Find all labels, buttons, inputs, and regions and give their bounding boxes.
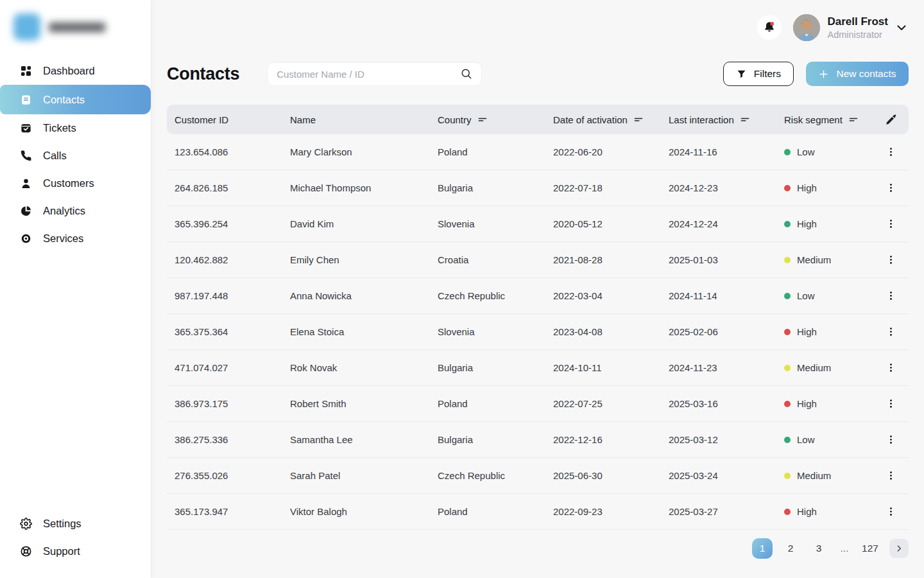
kebab-icon <box>886 254 896 265</box>
cell-activation-date: 2022-12-16 <box>553 434 669 445</box>
search-input[interactable] <box>277 69 460 80</box>
sidebar-item-contacts[interactable]: Contacts <box>0 85 151 114</box>
cell-actions <box>873 468 909 484</box>
cell-name: Michael Thompson <box>290 182 438 193</box>
sidebar-item-settings[interactable]: Settings <box>0 510 151 538</box>
kebab-icon <box>886 362 896 373</box>
cell-country: Croatia <box>438 254 553 265</box>
cell-activation-date: 2022-06-20 <box>553 146 669 157</box>
search-box <box>267 62 482 86</box>
cell-activation-date: 2023-04-08 <box>553 326 669 337</box>
pagination-ellipsis: ... <box>837 543 852 554</box>
sidebar-item-dashboard[interactable]: Dashboard <box>0 57 151 85</box>
sidebar-item-tickets[interactable]: Tickets <box>0 114 151 142</box>
row-menu-button[interactable] <box>883 252 899 268</box>
column-header-country[interactable]: Country <box>438 114 553 125</box>
cell-activation-date: 2022-07-25 <box>553 398 669 409</box>
user-menu-button[interactable] <box>894 21 909 35</box>
cell-country: Poland <box>438 146 553 157</box>
notifications-button[interactable] <box>757 15 782 40</box>
page-button-3[interactable]: 3 <box>809 538 829 559</box>
cell-activation-date: 2022-09-23 <box>553 506 669 517</box>
row-menu-button[interactable] <box>883 324 899 340</box>
cell-last-interaction: 2024-11-16 <box>669 146 784 157</box>
cell-activation-date: 2024-10-11 <box>553 362 669 373</box>
cell-risk-segment: Medium <box>784 362 873 373</box>
column-label: Country <box>438 114 472 125</box>
plus-icon <box>818 69 829 80</box>
cell-customer-id: 276.355.026 <box>167 470 290 481</box>
settings-icon <box>19 518 32 530</box>
page-button-127[interactable]: 127 <box>860 538 880 559</box>
avatar[interactable] <box>793 14 820 41</box>
cell-actions <box>873 216 909 232</box>
cell-customer-id: 386.275.336 <box>167 434 290 445</box>
risk-label: High <box>797 182 817 193</box>
sidebar-item-label: Calls <box>43 150 67 162</box>
risk-dot <box>784 437 791 443</box>
sidebar-item-calls[interactable]: Calls <box>0 142 151 170</box>
topbar: Darell Frost Administrator <box>152 0 924 55</box>
cell-actions <box>873 432 909 448</box>
page-title: Contacts <box>167 64 239 84</box>
new-contacts-label: New contacts <box>836 68 896 80</box>
risk-dot <box>784 365 791 371</box>
column-header-name: Name <box>290 114 438 125</box>
kebab-icon <box>886 434 896 445</box>
cell-country: Czech Republic <box>438 290 553 301</box>
sort-icon[interactable] <box>740 114 750 125</box>
sidebar-item-label: Customers <box>43 177 94 189</box>
cell-customer-id: 120.462.882 <box>167 254 290 265</box>
cell-risk-segment: Low <box>784 146 873 157</box>
cell-activation-date: 2021-08-28 <box>553 254 669 265</box>
row-menu-button[interactable] <box>883 216 899 232</box>
row-menu-button[interactable] <box>883 432 899 448</box>
filters-button[interactable]: Filters <box>723 62 794 86</box>
cell-customer-id: 365.173.947 <box>167 506 290 517</box>
kebab-icon <box>886 398 896 409</box>
table-row: 264.826.185 Michael Thompson Bulgaria 20… <box>167 170 909 206</box>
cell-risk-segment: High <box>784 506 873 517</box>
row-menu-button[interactable] <box>883 396 899 412</box>
sidebar-item-support[interactable]: Support <box>0 538 151 565</box>
row-menu-button[interactable] <box>883 504 899 520</box>
sort-icon[interactable] <box>848 114 859 125</box>
table-row: 276.355.026 Sarah Patel Czech Republic 2… <box>167 458 909 494</box>
brand-logo <box>0 0 151 41</box>
page-button-2[interactable]: 2 <box>780 538 801 559</box>
chevron-right-icon <box>894 543 904 554</box>
row-menu-button[interactable] <box>883 468 899 484</box>
column-header-risk-segment[interactable]: Risk segment <box>784 114 873 125</box>
row-menu-button[interactable] <box>883 288 899 304</box>
cell-actions <box>873 504 909 520</box>
cell-activation-date: 2025-06-30 <box>553 470 669 481</box>
cell-last-interaction: 2025-03-12 <box>669 434 784 445</box>
row-menu-button[interactable] <box>883 180 899 196</box>
sidebar-item-label: Settings <box>43 518 81 530</box>
risk-label: Low <box>797 434 815 445</box>
row-menu-button[interactable] <box>883 144 899 160</box>
cell-customer-id: 365.396.254 <box>167 218 290 229</box>
new-contacts-button[interactable]: New contacts <box>806 62 909 86</box>
sort-icon[interactable] <box>477 114 488 125</box>
cell-customer-id: 123.654.086 <box>167 146 290 157</box>
cell-name: Rok Novak <box>290 362 438 373</box>
page-button-1[interactable]: 1 <box>752 538 773 559</box>
sidebar-item-services[interactable]: Services <box>0 225 151 252</box>
cell-name: Robert Smith <box>290 398 438 409</box>
table-row: 386.275.336 Samantha Lee Bulgaria 2022-1… <box>167 422 909 458</box>
filters-label: Filters <box>754 68 781 80</box>
column-header-date-of-activation[interactable]: Date of activation <box>553 114 669 125</box>
edit-column-header <box>873 114 909 126</box>
next-page-button[interactable] <box>889 539 909 558</box>
sidebar-item-analytics[interactable]: Analytics <box>0 197 151 225</box>
cell-activation-date: 2020-05-12 <box>553 218 669 229</box>
sidebar-item-customers[interactable]: Customers <box>0 170 151 197</box>
risk-dot <box>784 473 791 479</box>
row-menu-button[interactable] <box>883 360 899 376</box>
column-header-last-interaction[interactable]: Last interaction <box>669 114 784 125</box>
sort-icon[interactable] <box>633 114 644 125</box>
cell-country: Bulgaria <box>438 362 553 373</box>
risk-dot <box>784 257 791 263</box>
pencil-icon[interactable] <box>885 114 897 126</box>
